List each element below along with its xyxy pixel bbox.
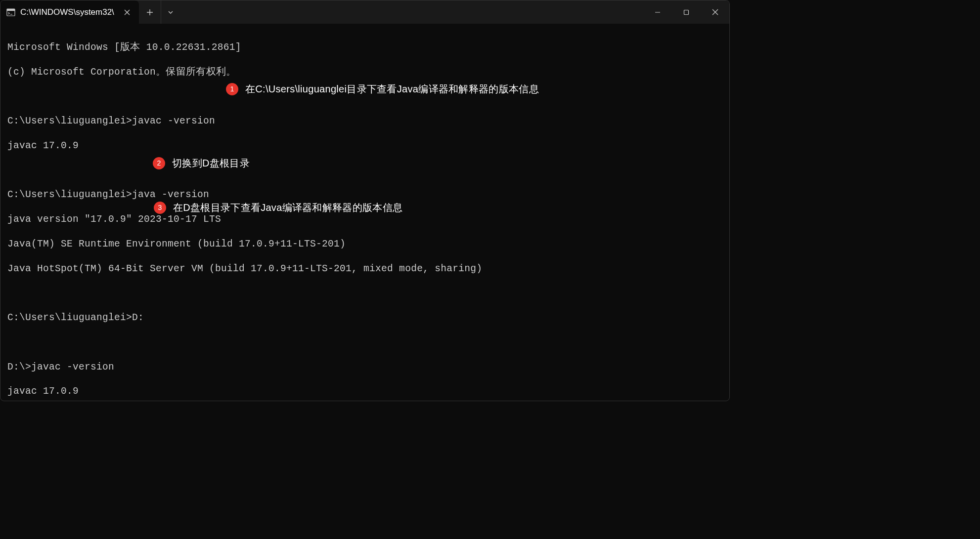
- terminal-line: javac 17.0.9: [7, 385, 722, 398]
- annotation-badge: 2: [153, 157, 165, 169]
- terminal-line: java version "17.0.9" 2023-10-17 LTS: [7, 213, 722, 226]
- terminal-line: D:\>javac -version: [7, 361, 722, 373]
- terminal-line: C:\Users\liuguanglei>java -version: [7, 189, 722, 201]
- annotation-text: 在D盘根目录下查看Java编译器和解释器的版本信息: [172, 201, 403, 214]
- terminal-line: Java HotSpot(TM) 64-Bit Server VM (build…: [7, 263, 722, 275]
- annotation-text: 切换到D盘根目录: [171, 157, 251, 170]
- annotation-3: 3 在D盘根目录下查看Java编译器和解释器的版本信息: [154, 201, 403, 214]
- tab-dropdown-button[interactable]: [161, 0, 179, 24]
- minimize-button[interactable]: [643, 0, 672, 24]
- terminal-line: [7, 287, 722, 299]
- window-controls: [643, 0, 729, 24]
- annotation-1: 1 在C:\Users\liuguanglei目录下查看Java编译器和解释器的…: [226, 83, 540, 96]
- tab-area: C:\WINDOWS\system32\: [0, 0, 179, 24]
- terminal-line: javac 17.0.9: [7, 140, 722, 152]
- annotation-2: 2 切换到D盘根目录: [153, 157, 251, 170]
- terminal-content[interactable]: Microsoft Windows [版本 10.0.22631.2861] (…: [0, 24, 729, 401]
- maximize-button[interactable]: [672, 0, 701, 24]
- terminal-line: [7, 336, 722, 349]
- close-tab-icon[interactable]: [122, 7, 132, 17]
- terminal-line: [7, 165, 722, 177]
- terminal-line: (c) Microsoft Corporation。保留所有权利。: [7, 66, 722, 79]
- new-tab-button[interactable]: [139, 0, 161, 24]
- terminal-line: C:\Users\liuguanglei>javac -version: [7, 115, 722, 127]
- titlebar: C:\WINDOWS\system32\: [0, 0, 729, 24]
- annotation-badge: 1: [226, 83, 238, 95]
- annotation-badge: 3: [154, 202, 166, 214]
- svg-rect-4: [684, 10, 689, 14]
- close-window-button[interactable]: [701, 0, 729, 24]
- tab-title: C:\WINDOWS\system32\: [20, 7, 117, 17]
- terminal-line: C:\Users\liuguanglei>D:: [7, 312, 722, 324]
- annotation-text: 在C:\Users\liuguanglei目录下查看Java编译器和解释器的版本…: [244, 83, 540, 96]
- terminal-icon: [6, 8, 15, 17]
- terminal-line: Microsoft Windows [版本 10.0.22631.2861]: [7, 41, 722, 54]
- terminal-line: Java(TM) SE Runtime Environment (build 1…: [7, 238, 722, 250]
- svg-rect-1: [7, 9, 15, 11]
- tab-active[interactable]: C:\WINDOWS\system32\: [0, 0, 139, 24]
